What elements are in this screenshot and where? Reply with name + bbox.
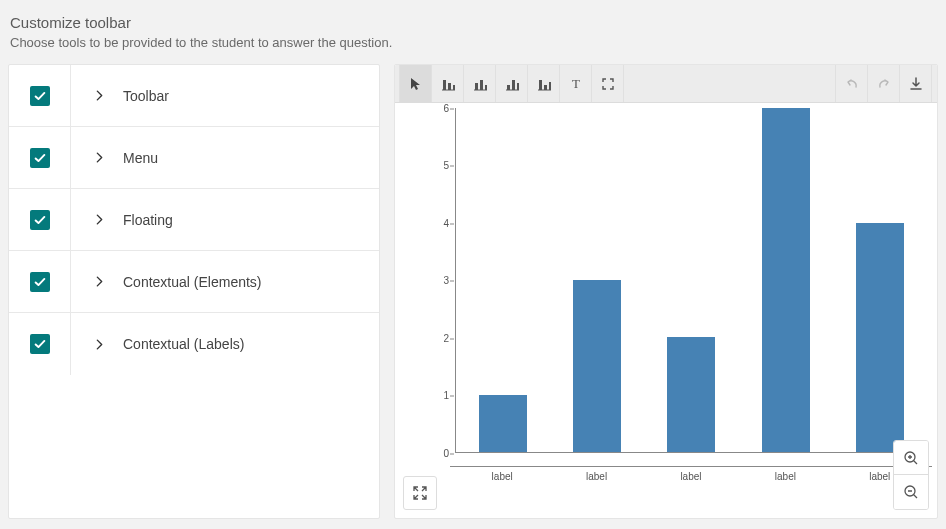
chevron-right-icon <box>91 276 107 287</box>
checkbox-toolbar[interactable] <box>30 86 50 106</box>
download-icon <box>908 76 924 92</box>
text-icon: T <box>568 76 584 92</box>
chart-area[interactable]: 6 5 4 3 2 1 0 labellabellabellabellabel <box>395 103 937 518</box>
svg-rect-11 <box>549 82 551 90</box>
check-icon <box>33 337 47 351</box>
x-axis-label: label <box>761 463 809 482</box>
chevron-right-icon <box>91 90 107 101</box>
list-item: Menu <box>9 127 379 189</box>
checkbox-menu[interactable] <box>30 148 50 168</box>
svg-text:T: T <box>572 76 580 91</box>
row-label: Contextual (Labels) <box>123 336 244 352</box>
row-label: Contextual (Elements) <box>123 274 262 290</box>
x-axis-label: label <box>573 463 621 482</box>
y-tick: 6 <box>443 103 449 114</box>
x-axis-label: label <box>667 463 715 482</box>
bar[interactable] <box>856 223 904 452</box>
svg-rect-8 <box>517 83 519 90</box>
svg-rect-4 <box>480 80 483 90</box>
row-body-contextual-labels[interactable]: Contextual (Labels) <box>71 313 379 375</box>
row-body-toolbar[interactable]: Toolbar <box>71 65 379 126</box>
bar-preset-4-button[interactable] <box>527 65 560 102</box>
undo-icon <box>844 76 860 92</box>
checkbox-contextual-labels[interactable] <box>30 334 50 354</box>
svg-rect-0 <box>443 80 446 90</box>
y-tick: 5 <box>443 160 449 171</box>
zoom-out-button[interactable] <box>894 475 928 509</box>
page-subtitle: Choose tools to be provided to the stude… <box>10 35 938 50</box>
x-axis-label: label <box>478 463 526 482</box>
x-axis-labels: labellabellabellabellabel <box>455 463 927 482</box>
redo-button[interactable] <box>867 65 900 102</box>
checkbox-contextual-elements[interactable] <box>30 272 50 292</box>
check-icon <box>33 213 47 227</box>
bar-preset-3-button[interactable] <box>495 65 528 102</box>
zoom-in-icon <box>902 449 920 467</box>
fullscreen-tool-button[interactable] <box>591 65 624 102</box>
checkbox-cell <box>9 251 71 312</box>
svg-rect-2 <box>453 85 455 90</box>
pointer-icon <box>408 76 424 92</box>
list-item: Contextual (Elements) <box>9 251 379 313</box>
expand-button[interactable] <box>403 476 437 510</box>
svg-rect-7 <box>512 80 515 90</box>
download-button[interactable] <box>899 65 932 102</box>
y-tick: 4 <box>443 218 449 229</box>
checkbox-cell <box>9 65 71 126</box>
y-axis: 6 5 4 3 2 1 0 <box>425 103 455 453</box>
list-item: Floating <box>9 189 379 251</box>
row-label: Menu <box>123 150 158 166</box>
pointer-tool-button[interactable] <box>399 65 432 102</box>
bar-preset-1-button[interactable] <box>431 65 464 102</box>
redo-icon <box>876 76 892 92</box>
undo-button[interactable] <box>835 65 868 102</box>
chevron-right-icon <box>91 214 107 225</box>
bar-chart-icon <box>504 76 520 92</box>
y-tick: 3 <box>443 275 449 286</box>
page-title: Customize toolbar <box>10 14 938 31</box>
chevron-right-icon <box>91 339 107 350</box>
y-tick: 0 <box>443 448 449 459</box>
bar-chart-icon <box>440 76 456 92</box>
row-body-floating[interactable]: Floating <box>71 189 379 250</box>
bars-container <box>456 108 927 452</box>
svg-rect-10 <box>544 85 547 90</box>
checkbox-cell <box>9 127 71 188</box>
checkbox-cell <box>9 189 71 250</box>
zoom-out-icon <box>902 483 920 501</box>
bar[interactable] <box>762 108 810 452</box>
check-icon <box>33 275 47 289</box>
plot-area <box>455 108 927 453</box>
list-item: Contextual (Labels) <box>9 313 379 375</box>
row-label: Floating <box>123 212 173 228</box>
checkbox-cell <box>9 313 71 375</box>
list-item: Toolbar <box>9 65 379 127</box>
bar[interactable] <box>573 280 621 452</box>
checkbox-floating[interactable] <box>30 210 50 230</box>
svg-rect-3 <box>475 83 478 90</box>
bar[interactable] <box>667 337 715 452</box>
check-icon <box>33 89 47 103</box>
svg-rect-6 <box>507 85 510 90</box>
expand-icon <box>411 484 429 502</box>
svg-rect-9 <box>539 80 542 90</box>
chevron-right-icon <box>91 152 107 163</box>
row-label: Toolbar <box>123 88 169 104</box>
text-tool-button[interactable]: T <box>559 65 592 102</box>
zoom-controls <box>893 440 929 510</box>
svg-rect-5 <box>485 85 487 90</box>
zoom-in-button[interactable] <box>894 441 928 475</box>
check-icon <box>33 151 47 165</box>
svg-rect-1 <box>448 83 451 90</box>
chart-toolbar: T <box>395 65 937 103</box>
fullscreen-icon <box>600 76 616 92</box>
row-body-menu[interactable]: Menu <box>71 127 379 188</box>
bar[interactable] <box>479 395 527 452</box>
y-tick: 2 <box>443 333 449 344</box>
bar-chart-icon <box>536 76 552 92</box>
y-tick: 1 <box>443 390 449 401</box>
preview-panel: T 6 5 4 3 2 1 0 <box>394 64 938 519</box>
tools-list: Toolbar Menu <box>8 64 380 519</box>
row-body-contextual-elements[interactable]: Contextual (Elements) <box>71 251 379 312</box>
bar-preset-2-button[interactable] <box>463 65 496 102</box>
